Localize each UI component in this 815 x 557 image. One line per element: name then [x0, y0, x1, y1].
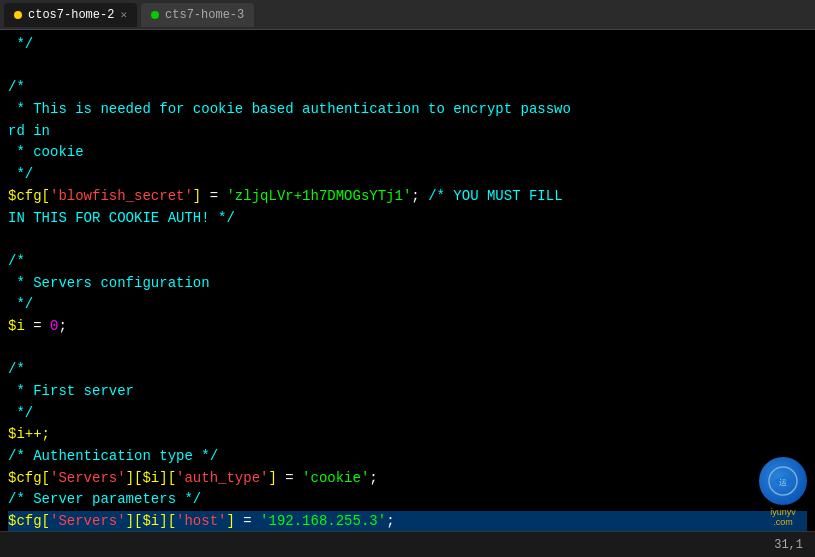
- watermark-logo: 运: [767, 465, 799, 497]
- code-line-19: $i++;: [8, 424, 807, 446]
- tab-1[interactable]: ctos7-home-2 ✕: [4, 3, 137, 27]
- watermark: 运 iyunyv.com: [759, 457, 807, 527]
- code-line-9: IN THIS FOR COOKIE AUTH! */: [8, 208, 807, 230]
- code-line-7: */: [8, 164, 807, 186]
- code-line-21: $cfg['Servers'][$i]['auth_type'] = 'cook…: [8, 468, 807, 490]
- tab-2-dot: [151, 11, 159, 19]
- code-line-8: $cfg['blowfish_secret'] = 'zljqLVr+1h7DM…: [8, 186, 807, 208]
- code-line-16: /*: [8, 359, 807, 381]
- watermark-circle: 运: [759, 457, 807, 505]
- tab-2-label: cts7-home-3: [165, 8, 244, 22]
- code-line-20: /* Authentication type */: [8, 446, 807, 468]
- code-line-2: [8, 56, 807, 78]
- code-line-14: $i = 0;: [8, 316, 807, 338]
- code-area: */ /* * This is needed for cookie based …: [0, 30, 815, 531]
- titlebar: ctos7-home-2 ✕ cts7-home-3: [0, 0, 815, 30]
- code-line-1: */: [8, 34, 807, 56]
- code-line-5: rd in: [8, 121, 807, 143]
- tab-2[interactable]: cts7-home-3: [141, 3, 254, 27]
- code-line-13: */: [8, 294, 807, 316]
- tab-1-dot: [14, 11, 22, 19]
- code-line-3: /*: [8, 77, 807, 99]
- watermark-label: iyunyv.com: [770, 507, 796, 527]
- tab-1-label: ctos7-home-2: [28, 8, 114, 22]
- code-line-10: [8, 229, 807, 251]
- code-line-6: * cookie: [8, 142, 807, 164]
- code-line-23: $cfg['Servers'][$i]['host'] = '192.168.2…: [8, 511, 807, 531]
- tab-1-close[interactable]: ✕: [120, 8, 127, 21]
- cursor-position: 31,1: [774, 538, 803, 552]
- statusbar: 31,1: [0, 531, 815, 557]
- code-line-18: */: [8, 403, 807, 425]
- code-line-15: [8, 338, 807, 360]
- code-line-11: /*: [8, 251, 807, 273]
- code-line-12: * Servers configuration: [8, 273, 807, 295]
- svg-text:运: 运: [779, 478, 787, 487]
- code-line-17: * First server: [8, 381, 807, 403]
- code-line-4: * This is needed for cookie based authen…: [8, 99, 807, 121]
- code-line-22: /* Server parameters */: [8, 489, 807, 511]
